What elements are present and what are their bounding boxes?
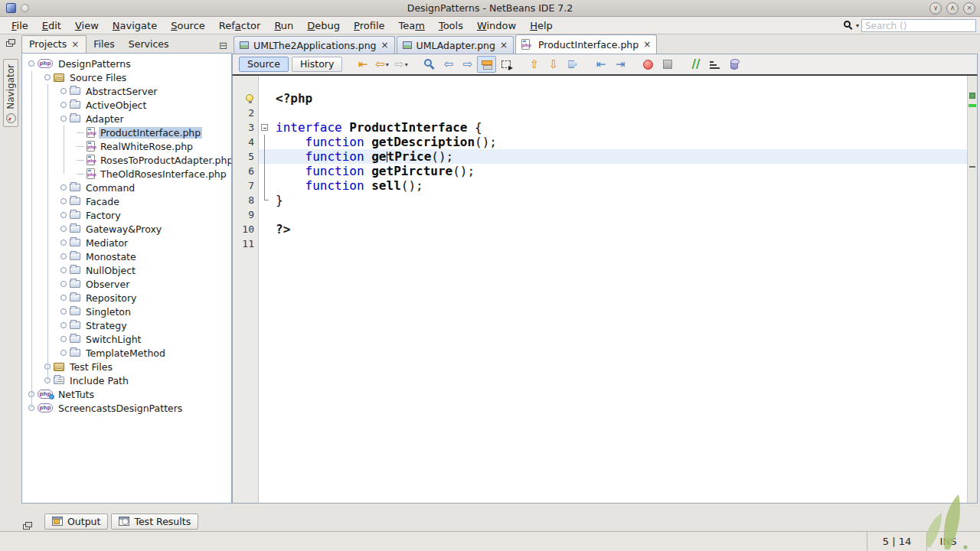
tree-node-mediator[interactable]: Mediator xyxy=(22,236,231,249)
menu-edit[interactable]: Edit xyxy=(35,17,68,34)
menu-team[interactable]: Team xyxy=(392,17,432,34)
shift-left-icon[interactable]: ⇤ xyxy=(591,56,610,73)
test-results-window-button[interactable]: Test Results xyxy=(111,514,198,530)
tree-toggle-handle[interactable] xyxy=(60,281,67,287)
menu-profile[interactable]: Profile xyxy=(347,17,391,34)
menu-debug[interactable]: Debug xyxy=(300,17,347,34)
toggle-comment-icon[interactable]: // xyxy=(686,56,705,73)
tree-toggle-handle[interactable] xyxy=(60,253,67,259)
editor-tab-productinterface-php[interactable]: phpProductInterface.php× xyxy=(515,34,657,54)
tree-node-repository[interactable]: Repository xyxy=(22,291,231,305)
tree-toggle-handle[interactable] xyxy=(60,240,67,246)
error-stripe[interactable] xyxy=(967,76,977,503)
tree-node-rosestoproductadapter-php[interactable]: phpRosesToProductAdapter.php xyxy=(22,153,231,167)
panel-tab-projects[interactable]: Projects× xyxy=(21,35,87,53)
search-input[interactable] xyxy=(861,19,976,32)
tree-toggle-handle[interactable] xyxy=(44,74,51,80)
project-tree[interactable]: phpDesignPatternsSource FilesAbstractSer… xyxy=(21,53,232,504)
history-view-button[interactable]: History xyxy=(292,57,342,72)
dropdown-caret-icon[interactable]: ▾ xyxy=(386,61,389,68)
line-number-gutter[interactable]: 234567891011 xyxy=(233,76,259,503)
stop-macro-icon[interactable] xyxy=(658,56,677,73)
tree-node-monostate[interactable]: Monostate xyxy=(22,249,231,263)
tree-toggle-handle[interactable] xyxy=(60,322,67,328)
collapse-fold-icon[interactable] xyxy=(261,124,268,131)
minimize-panel-icon[interactable]: ⊟ xyxy=(214,40,232,53)
close-tab-icon[interactable]: × xyxy=(643,39,651,50)
tree-toggle-handle[interactable] xyxy=(60,184,67,191)
rectangular-selection-icon[interactable] xyxy=(496,56,515,73)
tree-toggle-handle[interactable] xyxy=(60,308,67,315)
tree-toggle-handle[interactable] xyxy=(60,116,67,122)
search-icon[interactable] xyxy=(844,21,854,31)
source-view-button[interactable]: Source xyxy=(239,57,289,72)
next-bookmark-icon[interactable]: ⇩ xyxy=(544,56,563,73)
close-tab-icon[interactable]: × xyxy=(381,40,389,51)
jump-last-edit-icon[interactable]: ⇤ xyxy=(353,56,372,73)
output-window-button[interactable]: Output xyxy=(44,514,108,530)
forward-icon[interactable]: ⇨▾ xyxy=(391,56,410,73)
menu-refactor[interactable]: Refactor xyxy=(212,17,268,34)
find-previous-icon[interactable]: ⇦ xyxy=(439,56,458,73)
tree-node-switchlight[interactable]: SwitchLight xyxy=(22,332,231,346)
indentation-icon[interactable] xyxy=(705,56,724,73)
tree-toggle-handle[interactable] xyxy=(60,226,67,232)
search-scope-caret-icon[interactable]: ▾ xyxy=(856,22,859,29)
tree-node-theoldrosesinterface-php[interactable]: phpTheOldRosesInterface.php xyxy=(22,167,231,181)
back-icon[interactable]: ⇦▾ xyxy=(372,56,391,73)
minimize-button[interactable]: ∨ xyxy=(929,2,942,15)
close-button[interactable]: × xyxy=(963,2,975,15)
tree-toggle-handle[interactable] xyxy=(60,267,67,273)
tree-toggle-handle[interactable] xyxy=(60,212,67,218)
tree-node-productinterface-php[interactable]: phpProductInterface.php xyxy=(22,126,231,139)
editor-tab-umlthe2applications-png[interactable]: UMLThe2Applications.png× xyxy=(234,36,395,54)
tree-toggle-handle[interactable] xyxy=(28,60,34,67)
close-tab-icon[interactable]: × xyxy=(500,40,508,51)
tree-toggle-handle[interactable] xyxy=(60,295,67,301)
hint-bulb-icon[interactable] xyxy=(246,94,253,102)
close-tab-icon[interactable]: × xyxy=(71,39,79,50)
menu-source[interactable]: Source xyxy=(164,17,212,34)
shift-right-icon[interactable]: ⇥ xyxy=(610,56,629,73)
toggle-bookmark-icon[interactable] xyxy=(563,56,582,73)
menu-help[interactable]: Help xyxy=(523,17,560,34)
tree-toggle-handle[interactable] xyxy=(60,336,67,342)
code-editor[interactable]: <?phpinterface ProductInterface { functi… xyxy=(271,76,967,503)
tree-node-command[interactable]: Command xyxy=(22,181,231,194)
tree-node-nettuts[interactable]: phpNetTuts xyxy=(22,387,231,401)
tree-node-abstractserver[interactable]: AbstractServer xyxy=(22,84,231,98)
tree-toggle-handle[interactable] xyxy=(60,198,67,204)
tree-node-observer[interactable]: Observer xyxy=(22,277,231,291)
tree-node-include-path[interactable]: Include Path xyxy=(22,373,231,387)
panel-tab-files[interactable]: Files xyxy=(87,36,121,53)
tree-toggle-handle[interactable] xyxy=(60,102,67,108)
tree-node-singleton[interactable]: Singleton xyxy=(22,305,231,318)
editor-tab-umladapter-png[interactable]: UMLAdapter.png× xyxy=(397,36,514,54)
tree-node-factory[interactable]: Factory xyxy=(22,208,231,222)
tree-node-strategy[interactable]: Strategy xyxy=(22,318,231,332)
tree-node-adapter[interactable]: Adapter xyxy=(22,112,231,126)
tree-node-gateway-proxy[interactable]: Gateway&Proxy xyxy=(22,222,231,236)
tree-node-realwhiterose-php[interactable]: phpRealWhiteRose.php xyxy=(22,139,231,153)
tree-node-nullobject[interactable]: NullObject xyxy=(22,263,231,277)
tree-node-templatemethod[interactable]: TemplateMethod xyxy=(22,346,231,360)
menu-view[interactable]: View xyxy=(68,17,106,34)
navigator-minimized-tab[interactable]: Navigator xyxy=(3,59,18,127)
panel-tab-services[interactable]: Services xyxy=(122,36,176,53)
menu-file[interactable]: File xyxy=(5,17,35,34)
menu-navigate[interactable]: Navigate xyxy=(106,17,164,34)
record-macro-icon[interactable] xyxy=(639,56,658,73)
tree-node-designpatterns[interactable]: phpDesignPatterns xyxy=(22,57,231,70)
find-next-icon[interactable]: ⇨ xyxy=(458,56,477,73)
dock-windows-icon[interactable] xyxy=(6,39,15,47)
toggle-highlight-icon[interactable] xyxy=(477,56,496,73)
memory-meter-icon[interactable] xyxy=(724,56,743,73)
menu-run[interactable]: Run xyxy=(267,17,300,34)
tree-node-test-files[interactable]: Test Files xyxy=(22,360,231,373)
dock-windows-icon[interactable] xyxy=(23,522,32,530)
code-fold-gutter[interactable] xyxy=(259,76,271,503)
maximize-button[interactable]: ∧ xyxy=(946,2,959,15)
tree-node-screencastsdesignpatters[interactable]: phpScreencastsDesignPatters xyxy=(22,401,231,415)
tree-node-source-files[interactable]: Source Files xyxy=(22,70,231,84)
menu-window[interactable]: Window xyxy=(470,17,523,34)
